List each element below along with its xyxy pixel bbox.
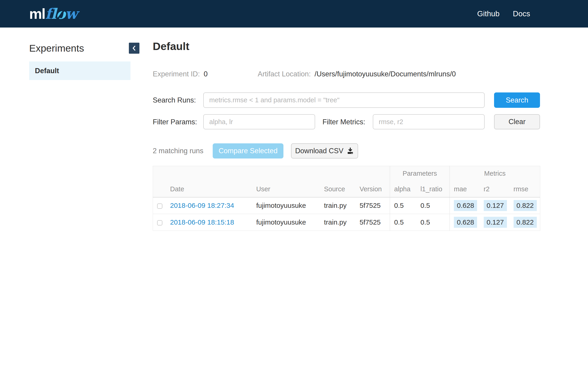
logo-letter-f: f — [45, 5, 51, 22]
run-rmse-cell: 0.822 — [510, 214, 540, 231]
logo-text-ml: ml — [29, 6, 45, 22]
run-version-cell: 5f7525 — [355, 214, 390, 231]
run-source-cell: train.py — [320, 197, 355, 214]
run-date-cell: 2018-06-09 18:15:18 — [166, 214, 252, 231]
chevron-left-icon — [131, 45, 137, 51]
download-csv-button[interactable]: Download CSV — [291, 143, 358, 158]
run-mae-cell: 0.628 — [450, 197, 480, 214]
logo-letter-o: o — [56, 0, 65, 27]
group-header-parameters: Parameters — [390, 166, 450, 181]
experiment-id-group: Experiment ID: 0 — [153, 69, 208, 79]
sidebar-title: Experiments — [29, 43, 84, 54]
metric-value-r2: 0.127 — [484, 200, 507, 211]
sidebar-header: Experiments — [29, 42, 139, 54]
run-mae-cell: 0.628 — [450, 214, 480, 231]
column-header-l1-ratio: l1_ratio — [416, 181, 450, 197]
column-header-r2: r2 — [480, 181, 510, 197]
clear-button[interactable]: Clear — [494, 114, 540, 129]
run-row: 2018-06-09 18:27:34 fujimotoyuusuke trai… — [153, 197, 540, 214]
sidebar-collapse-button[interactable] — [129, 43, 139, 54]
search-runs-label: Search Runs: — [153, 92, 196, 108]
run-r2-cell: 0.127 — [480, 214, 510, 231]
experiment-id-value: 0 — [204, 70, 208, 78]
column-header-rmse: rmse — [510, 181, 540, 197]
column-header-alpha: alpha — [390, 181, 416, 197]
sidebar-item-default[interactable]: Default — [29, 61, 130, 80]
column-header-source: Source — [320, 181, 355, 197]
column-header-date: Date — [166, 181, 252, 197]
metric-value-r2: 0.127 — [484, 217, 507, 228]
run-l1-ratio-cell: 0.5 — [416, 197, 450, 214]
experiments-sidebar: Experiments Default — [29, 42, 139, 80]
run-rmse-cell: 0.822 — [510, 197, 540, 214]
download-icon — [346, 147, 354, 155]
artifact-location-label: Artifact Location: — [258, 70, 311, 78]
metric-value-rmse: 0.822 — [514, 200, 537, 211]
run-version-cell: 5f7525 — [355, 197, 390, 214]
runs-actions-row: 2 matching runs Compare Selected Downloa… — [153, 143, 540, 158]
group-header-spacer — [153, 166, 390, 181]
metric-value-rmse: 0.822 — [514, 217, 537, 228]
runs-table: Parameters Metrics Date User Source Vers… — [153, 166, 540, 231]
search-button[interactable]: Search — [494, 92, 540, 108]
page-title: Default — [153, 39, 189, 54]
logo-letter-l: l — [51, 5, 56, 22]
run-date-link[interactable]: 2018-06-09 18:27:34 — [170, 202, 234, 209]
run-user-cell: fujimotoyuusuke — [252, 197, 320, 214]
filter-metrics-label: Filter Metrics: — [322, 114, 365, 130]
run-select-checkbox[interactable] — [157, 220, 162, 225]
column-header-mae: mae — [450, 181, 480, 197]
experiment-main-panel: Default Experiment ID: 0 Artifact Locati… — [153, 0, 540, 367]
column-header-user: User — [252, 181, 320, 197]
run-date-cell: 2018-06-09 18:27:34 — [166, 197, 252, 214]
table-group-header-row: Parameters Metrics — [153, 166, 540, 181]
matching-runs-count: 2 matching runs — [153, 143, 204, 158]
run-row: 2018-06-09 18:15:18 fujimotoyuusuke trai… — [153, 214, 540, 231]
filter-metrics-input[interactable] — [373, 114, 485, 129]
filter-params-label: Filter Params: — [153, 114, 197, 130]
column-header-version: Version — [355, 181, 390, 197]
run-user-cell: fujimotoyuusuke — [252, 214, 320, 231]
search-runs-row: Search Runs: Search — [153, 92, 540, 108]
filter-params-input[interactable] — [203, 114, 315, 129]
run-l1-ratio-cell: 0.5 — [416, 214, 450, 231]
metric-value-mae: 0.628 — [454, 200, 477, 211]
artifact-location-value: /Users/fujimotoyuusuke/Documents/mlruns/… — [315, 70, 456, 78]
run-select-checkbox[interactable] — [157, 203, 162, 209]
metric-value-mae: 0.628 — [454, 217, 477, 228]
run-alpha-cell: 0.5 — [390, 214, 416, 231]
run-source-cell: train.py — [320, 214, 355, 231]
sidebar-item-label: Default — [35, 67, 59, 75]
download-csv-label: Download CSV — [295, 147, 343, 155]
search-runs-input[interactable] — [203, 92, 485, 108]
column-header-checkbox — [153, 181, 166, 197]
compare-selected-button[interactable]: Compare Selected — [213, 143, 284, 158]
run-alpha-cell: 0.5 — [390, 197, 416, 214]
filter-row: Filter Params: Filter Metrics: Clear — [153, 114, 540, 129]
mlflow-logo[interactable]: mlflow — [29, 0, 77, 27]
run-r2-cell: 0.127 — [480, 197, 510, 214]
experiment-id-label: Experiment ID: — [153, 70, 200, 78]
group-header-metrics: Metrics — [450, 166, 540, 181]
run-date-link[interactable]: 2018-06-09 18:15:18 — [170, 218, 234, 226]
run-checkbox-cell — [153, 197, 166, 214]
run-checkbox-cell — [153, 214, 166, 231]
table-column-header-row: Date User Source Version alpha l1_ratio … — [153, 181, 540, 197]
logo-letter-w: w — [65, 5, 77, 22]
artifact-location-group: Artifact Location: /Users/fujimotoyuusuk… — [258, 69, 456, 79]
